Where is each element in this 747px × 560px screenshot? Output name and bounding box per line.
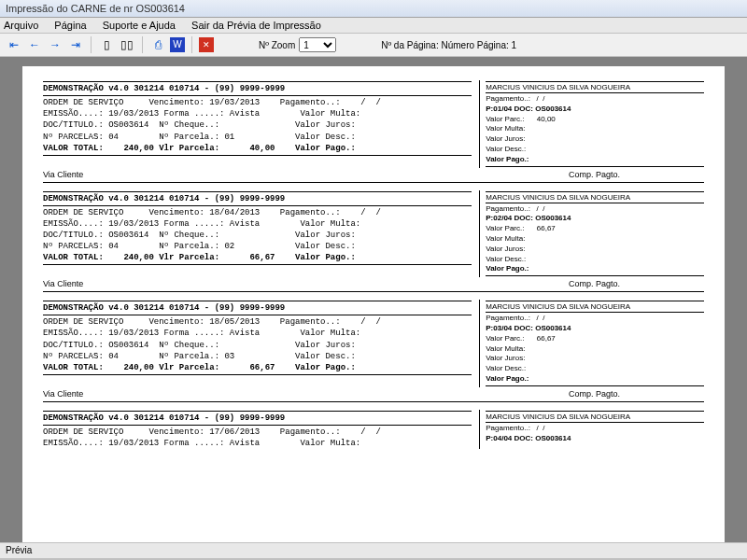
r-desc: Valor Desc.: [486,364,704,374]
r-juros: Valor Juros: [486,245,704,255]
r-multa: Valor Multa: [486,234,704,245]
r-pagamento: Pagamento..: / / [486,204,704,215]
row-parcelas: Nº PARCELAS: 04 Nº Parcela.: 01 Valor De… [43,132,472,143]
row-parcelas: Nº PARCELAS: 04 Nº Parcela.: 03 Valor De… [43,351,472,362]
page-sheet: DEMONSTRAÇÃO v4.0 301214 010714 - (99) 9… [22,66,725,542]
row-parcelas: Nº PARCELAS: 04 Nº Parcela.: 02 Valor De… [43,241,472,252]
menu-bar: Arquivo Página Suporte e Ajuda Sair da P… [0,18,747,34]
carne-stub: DEMONSTRAÇÃO v4.0 301214 010714 - (99) 9… [43,299,704,409]
r-pago: Valor Pago.: [486,155,704,165]
demo-header: DEMONSTRAÇÃO v4.0 301214 010714 - (99) 9… [43,302,472,314]
first-page-icon[interactable]: ⇤ [6,36,22,53]
preview-viewport: DEMONSTRAÇÃO v4.0 301214 010714 - (99) 9… [0,57,747,542]
last-page-icon[interactable]: ⇥ [67,36,84,53]
row-emissao: EMISSÃO....: 19/03/2013 Forma .....: Avi… [43,218,472,230]
r-juros: Valor Juros: [486,354,704,364]
comp-pagto: Comp. Pagto. [569,279,704,288]
toolbar-separator [191,36,192,53]
page-number-label: Nº da Página: Número Página: 1 [381,40,516,50]
row-emissao: EMISSÃO....: 19/03/2013 Forma .....: Avi… [43,108,472,119]
menu-sair[interactable]: Sair da Prévia de Impressão [191,20,321,31]
via-cliente: Via Cliente [43,170,83,179]
client-name: MARCIUS VINICIUS DA SILVA NOGUEIRA [486,83,704,91]
r-multa: Valor Multa: [486,124,704,134]
r-pago: Valor Pago.: [486,374,704,385]
status-bar: Prévia [0,542,747,558]
client-name: MARCIUS VINICIUS DA SILVA NOGUEIRA [486,413,704,421]
carne-stub: DEMONSTRAÇÃO v4.0 301214 010714 - (99) 9… [43,409,704,449]
client-name: MARCIUS VINICIUS DA SILVA NOGUEIRA [486,193,704,202]
comp-pagto: Comp. Pagto. [569,170,704,179]
row-ordem: ORDEM DE SERVIÇO Vencimento: 18/04/2013 … [43,207,472,218]
close-preview-icon[interactable]: ✕ [199,37,214,52]
menu-pagina[interactable]: Página [54,20,86,31]
print-icon[interactable]: ⎙ [149,36,166,53]
row-doc: DOC/TITULO.: OS003614 Nº Cheque..: Valor… [43,230,472,241]
window-title: Impressão do CARNE de nr OS003614 [6,3,185,14]
via-cliente: Via Cliente [43,279,83,288]
r-valorparc: Valor Parc.: 40,00 [486,115,704,125]
r-desc: Valor Desc.: [486,145,704,155]
r-pdoc: P:02/04 DOC: OS003614 [486,214,704,224]
prev-page-icon[interactable]: ← [26,36,43,53]
menu-suporte[interactable]: Suporte e Ajuda [103,20,176,31]
menu-arquivo[interactable]: Arquivo [4,20,38,31]
toolbar-separator [142,36,143,53]
carne-stub: DEMONSTRAÇÃO v4.0 301214 010714 - (99) 9… [43,189,704,300]
via-cliente: Via Cliente [43,389,83,399]
window-title-bar: Impressão do CARNE de nr OS003614 [0,0,747,18]
status-text: Prévia [6,545,32,555]
r-multa: Valor Multa: [486,344,704,355]
next-page-icon[interactable]: → [47,36,63,53]
r-desc: Valor Desc.: [486,255,704,265]
r-pdoc: P:03/04 DOC: OS003614 [486,324,704,334]
row-total: VALOR TOTAL: 240,00 Vlr Parcela: 66,67 V… [43,362,472,373]
row-emissao: EMISSÃO....: 19/03/2013 Forma .....: Avi… [43,438,472,449]
r-valorparc: Valor Parc.: 66,67 [486,334,704,344]
toolbar-separator [91,36,92,53]
r-pagamento: Pagamento..: / / [486,424,704,434]
demo-header: DEMONSTRAÇÃO v4.0 301214 010714 - (99) 9… [43,413,472,424]
page-icon[interactable]: ▯ [98,36,115,53]
word-export-icon[interactable]: W [170,37,185,52]
r-pdoc: P:04/04 DOC: OS003614 [486,434,704,444]
demo-header: DEMONSTRAÇÃO v4.0 301214 010714 - (99) 9… [43,193,472,204]
pages-icon[interactable]: ▯▯ [119,36,135,53]
carne-stub: DEMONSTRAÇÃO v4.0 301214 010714 - (99) 9… [43,79,704,189]
demo-header: DEMONSTRAÇÃO v4.0 301214 010714 - (99) 9… [43,83,472,94]
row-doc: DOC/TITULO.: OS003614 Nº Cheque..: Valor… [43,119,472,131]
row-ordem: ORDEM DE SERVIÇO Vencimento: 18/05/2013 … [43,316,472,328]
row-doc: DOC/TITULO.: OS003614 Nº Cheque..: Valor… [43,340,472,351]
r-valorparc: Valor Parc.: 66,67 [486,224,704,234]
row-total: VALOR TOTAL: 240,00 Vlr Parcela: 66,67 V… [43,252,472,263]
r-pdoc: P:01/04 DOC: OS003614 [486,105,704,115]
r-juros: Valor Juros: [486,134,704,145]
r-pagamento: Pagamento..: / / [486,94,704,105]
row-emissao: EMISSÃO....: 19/03/2013 Forma .....: Avi… [43,328,472,339]
r-pagamento: Pagamento..: / / [486,314,704,324]
zoom-label: Nº Zoom [259,40,295,50]
r-pago: Valor Pago.: [486,264,704,274]
zoom-select[interactable]: 1 [299,37,336,52]
client-name: MARCIUS VINICIUS DA SILVA NOGUEIRA [486,302,704,311]
comp-pagto: Comp. Pagto. [569,389,704,399]
row-total: VALOR TOTAL: 240,00 Vlr Parcela: 40,00 V… [43,143,472,154]
row-ordem: ORDEM DE SERVIÇO Vencimento: 19/03/2013 … [43,97,472,108]
row-ordem: ORDEM DE SERVIÇO Vencimento: 17/06/2013 … [43,427,472,438]
toolbar: ⇤ ← → ⇥ ▯ ▯▯ ⎙ W ✕ Nº Zoom 1 Nº da Págin… [0,34,747,57]
